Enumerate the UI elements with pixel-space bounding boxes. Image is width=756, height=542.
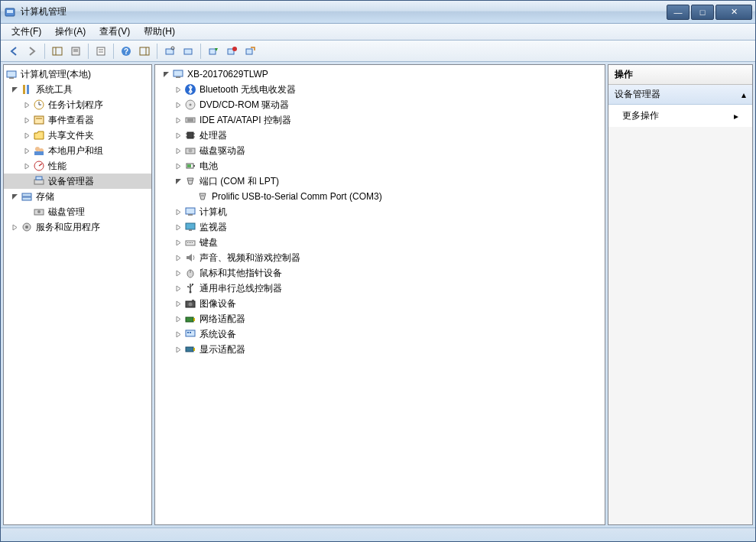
disable-device-button[interactable]	[223, 43, 240, 60]
show-hide-tree-button[interactable]	[49, 43, 66, 60]
forward-button[interactable]	[24, 43, 41, 60]
device-computers[interactable]: 计算机	[155, 204, 605, 219]
expander-icon[interactable]	[8, 83, 21, 96]
expander-icon[interactable]	[172, 83, 184, 96]
sound-icon	[184, 252, 196, 264]
svg-point-79	[187, 286, 189, 287]
scan-hardware-button[interactable]	[180, 43, 196, 60]
device-display[interactable]: 显示适配器	[155, 342, 605, 357]
expander-icon[interactable]	[172, 282, 184, 294]
expander-icon[interactable]	[172, 252, 184, 264]
expander-icon[interactable]	[172, 267, 184, 279]
svg-point-63	[191, 180, 193, 181]
device-keyboards[interactable]: 键盘	[155, 235, 605, 250]
tree-event-viewer[interactable]: 事件查看器	[4, 112, 151, 128]
expander-icon[interactable]	[21, 114, 33, 126]
svg-rect-16	[184, 49, 192, 54]
device-ide[interactable]: IDE ATA/ATAPI 控制器	[155, 112, 605, 128]
back-button[interactable]	[5, 43, 22, 60]
usb-icon	[184, 282, 196, 294]
tree-label: 服务和应用程序	[36, 221, 100, 234]
expander-icon[interactable]	[172, 236, 184, 248]
device-imaging[interactable]: 图像设备	[155, 296, 605, 311]
computer-icon	[172, 68, 184, 80]
device-bluetooth[interactable]: Bluetooth 无线电收发器	[155, 82, 605, 97]
expander-icon[interactable]	[172, 160, 184, 172]
expander-icon[interactable]	[172, 313, 184, 325]
tree-label: 鼠标和其他指针设备	[200, 267, 282, 280]
device-mice[interactable]: 鼠标和其他指针设备	[155, 265, 605, 281]
expander-icon[interactable]	[172, 221, 184, 233]
svg-rect-69	[189, 229, 192, 231]
svg-rect-28	[34, 116, 44, 124]
properties-button[interactable]	[67, 43, 84, 60]
expander-icon[interactable]	[172, 206, 184, 218]
scan-button[interactable]	[161, 43, 178, 60]
expander-icon[interactable]	[172, 99, 184, 111]
tree-label: 磁盘管理	[48, 206, 85, 219]
tree-disk-management[interactable]: 磁盘管理	[4, 204, 151, 219]
expander-icon[interactable]	[172, 297, 184, 310]
tree-task-scheduler[interactable]: 任务计划程序	[4, 97, 151, 112]
device-network[interactable]: 网络适配器	[155, 311, 605, 326]
expander-icon[interactable]	[8, 190, 21, 203]
actions-section-device-manager[interactable]: 设备管理器 ▴	[608, 85, 752, 105]
expander-icon[interactable]	[172, 114, 184, 126]
battery-icon	[184, 160, 196, 172]
device-system-devices[interactable]: 系统设备	[155, 326, 605, 342]
expander-icon[interactable]	[172, 175, 184, 187]
minimize-button[interactable]: —	[667, 5, 689, 20]
enable-device-button[interactable]	[205, 43, 222, 60]
tree-local-users[interactable]: 本地用户和组	[4, 143, 151, 158]
device-disk-drives[interactable]: 磁盘驱动器	[155, 143, 605, 158]
tree-label: 事件查看器	[48, 114, 94, 127]
left-tree-panel[interactable]: 计算机管理(本地) 系统工具 任务计划程序	[3, 64, 152, 525]
tree-label: IDE ATA/ATAPI 控制器	[200, 114, 291, 127]
tree-device-manager[interactable]: 设备管理器	[4, 174, 151, 189]
expander-icon[interactable]	[21, 160, 33, 172]
system-devices-icon	[184, 328, 196, 340]
list-view-button[interactable]	[92, 43, 109, 60]
device-tree-panel[interactable]: XB-20170629TLWP Bluetooth 无线电收发器 DVD/CD-…	[154, 64, 605, 525]
menu-help[interactable]: 帮助(H)	[138, 24, 181, 40]
svg-rect-89	[193, 348, 195, 351]
expander-icon[interactable]	[21, 99, 33, 111]
titlebar[interactable]: 计算机管理 — □ ✕	[1, 1, 755, 24]
menu-view[interactable]: 查看(V)	[93, 24, 136, 40]
device-processors[interactable]: 处理器	[155, 128, 605, 143]
action-more-actions[interactable]: 更多操作 ▸	[608, 105, 752, 127]
menu-action[interactable]: 操作(A)	[49, 24, 92, 40]
expander-icon[interactable]	[8, 221, 21, 233]
help-button[interactable]: ?	[118, 43, 135, 60]
tree-services-apps[interactable]: 服务和应用程序	[4, 219, 151, 235]
device-sound[interactable]: 声音、视频和游戏控制器	[155, 250, 605, 265]
svg-rect-32	[34, 151, 44, 155]
tree-root-computer-management[interactable]: 计算机管理(本地)	[4, 67, 151, 82]
device-port-item[interactable]: Prolific USB-to-Serial Comm Port (COM3)	[155, 189, 605, 204]
expander-icon[interactable]	[172, 343, 184, 355]
device-monitors[interactable]: 监视器	[155, 219, 605, 235]
expander-icon[interactable]	[172, 328, 184, 340]
toolbar-separator	[200, 44, 201, 59]
maximize-button[interactable]: □	[691, 5, 714, 20]
device-battery[interactable]: 电池	[155, 158, 605, 174]
expander-icon[interactable]	[21, 144, 33, 157]
expander-icon[interactable]	[160, 68, 172, 80]
expander-icon[interactable]	[172, 144, 184, 157]
menu-file[interactable]: 文件(F)	[5, 24, 47, 40]
tree-system-tools[interactable]: 系统工具	[4, 82, 151, 97]
expander-icon[interactable]	[172, 129, 184, 141]
device-dvd[interactable]: DVD/CD-ROM 驱动器	[155, 97, 605, 112]
expander-icon[interactable]	[21, 129, 33, 141]
tree-performance[interactable]: 性能	[4, 158, 151, 174]
device-root-computer[interactable]: XB-20170629TLWP	[155, 67, 605, 82]
device-usb[interactable]: 通用串行总线控制器	[155, 281, 605, 296]
close-button[interactable]: ✕	[715, 5, 752, 20]
device-ports[interactable]: 端口 (COM 和 LPT)	[155, 174, 605, 189]
tree-shared-folders[interactable]: 共享文件夹	[4, 128, 151, 143]
uninstall-device-button[interactable]	[242, 43, 258, 60]
tree-storage[interactable]: 存储	[4, 189, 151, 204]
actions-panel: 操作 设备管理器 ▴ 更多操作 ▸	[608, 64, 753, 525]
bluetooth-icon	[184, 83, 196, 96]
action-pane-button[interactable]	[136, 43, 153, 60]
